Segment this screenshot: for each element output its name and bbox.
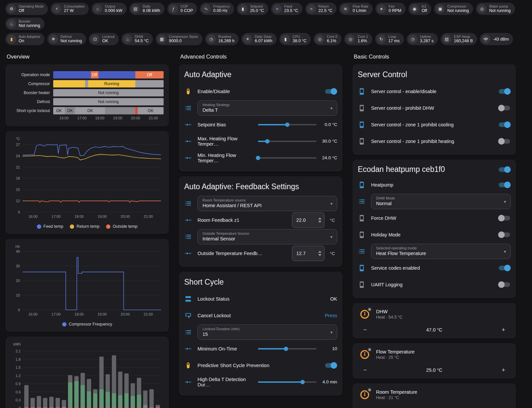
high-delta-t-slider[interactable] (258, 379, 317, 385)
chip-core0[interactable]: ◎Core 06.1% (314, 33, 342, 45)
timeline-segment[interactable]: Off (135, 71, 164, 78)
chip-setpoint[interactable]: ▮Setpoint25.0 °C (237, 3, 268, 15)
legend-item[interactable]: Compressor Frequency (62, 322, 112, 327)
waves-icon: ≋ (341, 4, 350, 13)
chip-wifi[interactable]: -43 dBm (480, 33, 513, 45)
timeline-segment[interactable]: Not running (53, 89, 164, 96)
chip-daily-solar[interactable]: ☀Daily Solar6.07 kWh (241, 33, 277, 45)
chip-label: Operating Mode (19, 4, 44, 8)
chip-esp-heap[interactable]: ▤ESP Heap160,248 B (441, 33, 477, 45)
lockout-duration-select[interactable]: Lockout Duration (min) 15 ▾ (198, 325, 337, 340)
timeline-segment[interactable]: OK (53, 107, 65, 114)
ecodan-card-toggle[interactable] (498, 166, 511, 173)
chip-output[interactable]: ⌂Output0.000 kW (91, 3, 127, 15)
decrement-button[interactable] (318, 221, 322, 223)
chip-compressor-starts[interactable]: ▦Compressor Starts9000.0 (156, 33, 202, 45)
enable-disable-toggle[interactable] (325, 88, 337, 95)
chip-lockout[interactable]: ⊡LockoutOK (89, 33, 119, 45)
server-control-toggle[interactable] (498, 121, 511, 128)
timeline-segment[interactable] (85, 80, 88, 87)
enable-disable-row: Enable/Disable (184, 83, 337, 100)
chip-return[interactable]: ≈Return22.5 °C (305, 3, 337, 15)
decrement-button[interactable] (318, 254, 322, 256)
timeline-segment[interactable] (105, 107, 135, 114)
chip-fan[interactable]: ∗Fan0 RPM (375, 3, 406, 15)
timeline-bar: OffOff (53, 71, 164, 78)
chip-uptime[interactable]: ◷Uptime3,287 s (407, 33, 438, 45)
chip-defrost[interactable]: ❄DefrostNot running (47, 33, 86, 45)
timeline-segment[interactable] (53, 71, 91, 78)
server-control-toggle[interactable] (498, 138, 511, 145)
chip-compressor[interactable]: ▣CompressorNot running (434, 3, 473, 15)
timeline-segment[interactable] (135, 107, 138, 114)
timeline-segment[interactable]: OK (65, 107, 75, 114)
chip-value: 0 COP (181, 8, 193, 13)
force-dhw-toggle[interactable] (498, 215, 511, 221)
outside-temp-source-select[interactable]: Outside Temperature Source Internal Sens… (198, 229, 337, 244)
chip-dhw[interactable]: ♨DHW54.5 °C (121, 33, 153, 45)
chip-frequency[interactable]: ∿Frequency0.00 Hz (200, 3, 234, 15)
legend-item[interactable]: Outside temp (106, 224, 137, 229)
chip-runtime[interactable]: ◷Runtime16,269 h (205, 33, 239, 45)
list-icon (184, 328, 192, 336)
chip-booster[interactable]: ♨BoosterNot running (5, 18, 45, 30)
uart-logging-toggle[interactable] (498, 281, 511, 288)
outside-feedback-input[interactable]: 12.7 (292, 246, 325, 261)
timeline-segment[interactable] (135, 80, 164, 87)
chip-operating-mode[interactable]: ⚙Operating ModeOff (5, 3, 48, 15)
svg-text:kWh: kWh (13, 342, 21, 346)
temp-increase-button[interactable]: + (496, 326, 511, 334)
chip-cpu[interactable]: ▮CPU38.0 °C (279, 33, 311, 45)
svg-text:40: 40 (16, 249, 20, 253)
chip-loop[interactable]: ↻Loop17 ms (375, 33, 404, 45)
temp-increase-button[interactable]: + (496, 366, 511, 374)
temperature-history-chart[interactable]: 272421181512916:0017:0018:0019:0020:0021… (11, 136, 163, 220)
svg-text:19:00: 19:00 (97, 312, 107, 316)
heatpump-toggle[interactable] (498, 182, 511, 188)
server-control-toggle[interactable] (498, 105, 511, 111)
setpoint-bias-slider[interactable] (258, 122, 317, 127)
temp-increase-button[interactable]: + (496, 407, 511, 408)
chip-water-pump[interactable]: ◎Water pumpNot running (476, 3, 515, 15)
temp-decrease-button[interactable]: − (358, 407, 372, 408)
server-control-toggle[interactable] (498, 88, 511, 95)
room-temp-source-select[interactable]: Room Temperature source Home Assistant /… (198, 196, 337, 211)
timeline-segment[interactable]: OK (75, 107, 105, 114)
chip-flow-rate[interactable]: ≋Flow Rate0 L/min (339, 3, 372, 15)
timeline-segment[interactable] (53, 80, 85, 87)
chip-auto-adaptive[interactable]: ▮Auto AdaptiveOn (5, 33, 45, 45)
minimum-on-time-slider[interactable] (258, 346, 317, 351)
holiday-mode-toggle[interactable] (498, 231, 511, 238)
chip-consumption[interactable]: ⚡Consumption27 W (51, 3, 89, 15)
chip-daily-energy[interactable]: ▤Daily8.08 kWh (129, 3, 165, 15)
timeline-segment[interactable] (98, 71, 135, 78)
timeline-segment[interactable]: Running (88, 80, 136, 87)
cancel-lockout-press-button[interactable]: Press (325, 313, 337, 318)
temp-decrease-button[interactable]: − (358, 366, 372, 374)
increment-button[interactable] (318, 251, 322, 253)
timeline-segment[interactable]: OK (138, 107, 164, 114)
temp-decrease-button[interactable]: − (358, 326, 372, 334)
memory-icon: ▤ (442, 35, 451, 44)
chip-feed[interactable]: ≈Feed23.5 °C (271, 3, 303, 15)
operating-mode-select[interactable]: Selected operating mode Heat Flow Temper… (371, 244, 511, 259)
dhw-mode-select[interactable]: DHW Mode Normal ▾ (371, 194, 511, 209)
legend-item[interactable]: Feed temp (37, 224, 64, 229)
timeline-segment[interactable]: Not running (53, 98, 164, 105)
heating-strategy-select[interactable]: Heating Strategy Delta T ▾ (198, 100, 337, 116)
chip-in1[interactable]: ◉In1Off (408, 3, 431, 15)
increment-button[interactable] (318, 217, 322, 219)
chip-cop[interactable]: ƒCOP0 COP (167, 3, 198, 15)
compressor-frequency-chart[interactable]: 40302010016:0017:0018:0019:0020:0021:00H… (11, 244, 163, 318)
predictive-prevention-toggle[interactable] (325, 362, 337, 369)
legend-item[interactable]: Return temp (70, 224, 99, 229)
min-heating-flow-slider[interactable] (258, 155, 317, 161)
room-feedback-input[interactable]: 22.0 (292, 212, 325, 228)
max-heating-flow-slider[interactable] (258, 139, 317, 144)
hourly-energy-chart[interactable]: 2.11.81.51.20.90.60.30-0.3kWhNov 304:000… (11, 342, 163, 408)
service-codes-toggle[interactable] (498, 265, 511, 271)
chip-core1[interactable]: ◎Core 11.6% (344, 33, 372, 45)
timeline-segment[interactable]: Off (91, 71, 98, 78)
svg-text:1.8: 1.8 (16, 357, 21, 361)
chip-label: Uptime (420, 35, 434, 39)
